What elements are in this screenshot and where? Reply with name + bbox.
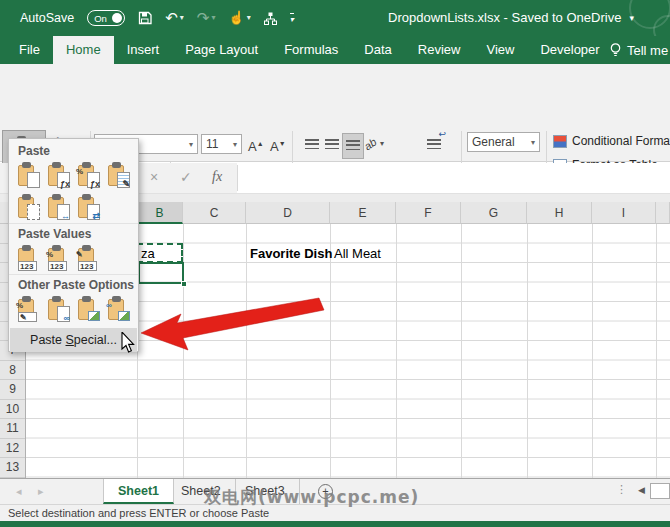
undo-icon: ↶ <box>165 0 178 36</box>
ribbon-tab-bar: FileHomeInsertPage LayoutFormulasDataRev… <box>0 36 670 64</box>
column-header-G[interactable]: G <box>461 202 527 224</box>
paste-special-menu-item[interactable]: Paste Special... <box>10 328 137 352</box>
cell-D2[interactable]: Favorite Dish <box>246 244 332 264</box>
paste-menu-section-header: Paste <box>9 141 138 159</box>
icon-glyph: % <box>76 167 83 176</box>
hscroll-left-icon[interactable]: ◀ <box>638 485 645 495</box>
redo-dropdown-icon: ▾ <box>211 0 215 36</box>
wrap-text-button[interactable]: ↩ <box>424 133 444 157</box>
paste-special-label: Paste Special... <box>30 333 117 347</box>
autosave-toggle[interactable]: On <box>87 10 125 26</box>
bottom-green-strip <box>0 521 670 527</box>
decrease-font-size-button[interactable]: A▼ <box>270 134 286 157</box>
column-header-I[interactable]: I <box>592 202 656 224</box>
save-button[interactable] <box>138 11 152 25</box>
paste-values-number-formatting-icon[interactable]: %123 <box>46 244 72 272</box>
ribbon-tab-data[interactable]: Data <box>351 36 404 64</box>
icon-glyph: 123 <box>20 262 33 271</box>
paste-picture-icon[interactable] <box>76 295 102 323</box>
row-header-12[interactable]: 12 <box>0 439 25 459</box>
redo-button[interactable]: ↷▾ <box>197 0 216 36</box>
ribbon-tab-review[interactable]: Review <box>405 36 474 64</box>
align-middle-button[interactable] <box>322 133 342 157</box>
icon-glyph: ✎ <box>122 179 130 189</box>
tab-splitter-icon[interactable]: ⋮ <box>616 483 627 496</box>
quick-access-toolbar: AutoSave On ↶▾ ↷▾ ☝▾ <box>20 0 294 36</box>
row-header-8[interactable]: 8 <box>0 361 25 381</box>
number-format-dropdown-icon: ▾ <box>531 138 535 147</box>
paste-keep-source-formatting-icon[interactable]: ✎ <box>106 161 132 189</box>
icon-glyph: ✎ <box>20 313 27 322</box>
column-header-F[interactable]: F <box>396 202 461 224</box>
align-top-icon <box>305 139 319 150</box>
customize-qat-button[interactable]: ▾ <box>290 13 294 24</box>
ribbon-tab-page-layout[interactable]: Page Layout <box>172 36 271 64</box>
excel-window: AutoSave On ↶▾ ↷▾ ☝▾ <box>0 0 670 527</box>
column-header-D[interactable]: D <box>246 202 330 224</box>
paste-transpose-icon[interactable]: ⇄ <box>76 193 102 221</box>
tell-me-label: Tell me <box>627 43 668 58</box>
formula-bar-divider <box>237 165 238 191</box>
save-icon <box>138 11 152 25</box>
cancel-button[interactable]: × <box>150 169 158 185</box>
align-top-button[interactable] <box>302 133 322 157</box>
icon-glyph: ↔ <box>61 211 70 221</box>
paste-link-icon[interactable]: ∞ <box>46 295 72 323</box>
ribbon-tab-view[interactable]: View <box>473 36 527 64</box>
row-header-9[interactable]: 9 <box>0 380 25 400</box>
increase-font-size-button[interactable]: A▲ <box>248 134 264 157</box>
row-header-13[interactable]: 13 <box>0 458 25 478</box>
hscroll-thumb[interactable] <box>650 483 670 499</box>
paste-menu-icon-row: 123%123✎123 <box>9 242 138 274</box>
autosave-state-label: On <box>94 13 107 24</box>
sheet-tab-sheet1[interactable]: Sheet1 <box>103 479 174 504</box>
touch-mode-button[interactable]: ☝▾ <box>228 0 250 36</box>
cell-E2[interactable]: All Meat <box>330 244 381 264</box>
paste-keep-source-column-widths-icon[interactable]: ↔ <box>46 193 72 221</box>
icon-glyph: ✎ <box>76 250 83 259</box>
ribbon-tab-developer[interactable]: Developer <box>527 36 612 64</box>
wrap-text-icon <box>427 139 441 150</box>
conditional-formatting-button[interactable]: Conditional Formatting <box>553 134 670 148</box>
paste-no-borders-icon[interactable] <box>16 193 42 221</box>
undo-button[interactable]: ↶▾ <box>165 0 184 36</box>
orientation-dropdown-icon[interactable]: ▾ <box>380 139 384 148</box>
touch-mode-dropdown-icon[interactable]: ▾ <box>247 0 251 36</box>
enter-button[interactable]: ✓ <box>180 169 192 185</box>
column-header-B[interactable]: B <box>137 202 183 224</box>
undo-dropdown-icon[interactable]: ▾ <box>180 0 184 36</box>
paste-linked-picture-icon[interactable]: ∞ <box>106 295 132 323</box>
gridline-vertical <box>656 224 657 478</box>
ribbon-tab-home[interactable]: Home <box>53 36 114 64</box>
ribbon-tab-file[interactable]: File <box>6 36 53 64</box>
font-size-select[interactable]: 11▾ <box>201 134 242 154</box>
paste-formulas-number-formatting-icon[interactable]: %ƒx <box>76 161 102 189</box>
insert-function-button[interactable]: fx <box>212 169 222 185</box>
paste-icon[interactable] <box>16 161 42 189</box>
column-header-C[interactable]: C <box>183 202 246 224</box>
tell-me-box[interactable]: Tell me <box>610 36 670 64</box>
row-header-10[interactable]: 10 <box>0 400 25 420</box>
paste-values-source-formatting-icon[interactable]: ✎123 <box>76 244 102 272</box>
paste-formulas-icon[interactable]: ƒx <box>46 161 72 189</box>
redo-icon: ↷ <box>197 0 210 36</box>
column-header-H[interactable]: H <box>527 202 592 224</box>
number-format-select[interactable]: General▾ <box>467 132 540 152</box>
number-format-value: General <box>472 135 515 149</box>
custom-qat-button[interactable] <box>264 12 277 25</box>
active-cell-selection[interactable] <box>138 262 184 284</box>
ribbon-tab-insert[interactable]: Insert <box>114 36 173 64</box>
gridline-vertical <box>527 224 528 478</box>
paste-values-icon[interactable]: 123 <box>16 244 42 272</box>
paste-menu-section-header: Paste Values <box>9 223 138 242</box>
sheet-nav-next-icon[interactable]: ▸ <box>38 479 44 504</box>
sheet-nav-prev-icon[interactable]: ◂ <box>16 479 22 504</box>
ribbon-tab-formulas[interactable]: Formulas <box>271 36 351 64</box>
paste-formatting-icon[interactable]: %✎ <box>16 295 42 323</box>
fill-handle[interactable] <box>181 281 187 287</box>
row-header-11[interactable]: 11 <box>0 419 25 439</box>
mouse-cursor <box>121 332 137 354</box>
icon-glyph: 123 <box>80 262 93 271</box>
icon-glyph: ƒx <box>90 179 100 189</box>
column-header-E[interactable]: E <box>330 202 396 224</box>
